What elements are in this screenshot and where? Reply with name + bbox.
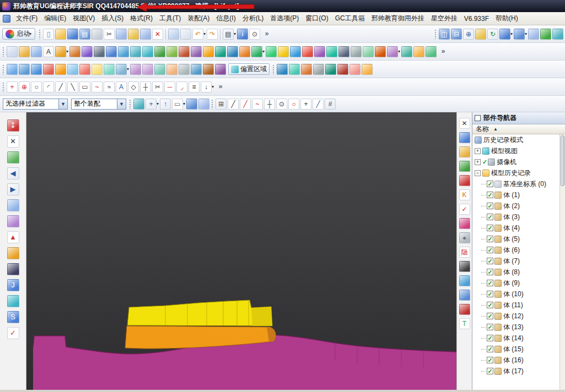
tree-item[interactable]: ✓体 (2)	[472, 200, 559, 211]
snap-point-on-curve-icon[interactable]: ╱	[313, 99, 324, 110]
name-column-header[interactable]: 名称 ▲	[472, 124, 565, 134]
dropdown-arrow-icon[interactable]: ▾	[510, 31, 513, 36]
visibility-checkbox[interactable]: ✓	[487, 291, 493, 297]
chevron-down-icon[interactable]: ▼	[58, 99, 67, 109]
forward-icon[interactable]: ▶	[7, 183, 19, 195]
through-curves-icon[interactable]	[387, 46, 398, 57]
new-file-icon[interactable]: ▯	[43, 29, 54, 40]
snap-existing-point-icon[interactable]: +	[300, 99, 311, 110]
chevron-down-icon[interactable]: ▼	[117, 99, 126, 109]
paste-icon[interactable]	[128, 29, 139, 40]
extension-surface-icon[interactable]	[289, 64, 300, 75]
dropdown-arrow-icon[interactable]: ▾	[203, 31, 206, 36]
display-mode-icon[interactable]: ▤	[223, 29, 234, 40]
clipboard-icon[interactable]	[459, 146, 470, 157]
sphere-icon[interactable]	[142, 46, 153, 57]
expand-icon[interactable]: +	[475, 159, 481, 165]
scale-body-icon[interactable]	[375, 46, 386, 57]
x-form-icon[interactable]	[130, 64, 141, 75]
snap-quadrant-icon[interactable]: ○	[288, 99, 299, 110]
intersection-curve-icon[interactable]: ┼	[140, 81, 151, 92]
menu-item[interactable]: 编辑(E)	[41, 12, 69, 25]
menu-item[interactable]: 邢帅教育御用外挂	[368, 12, 428, 25]
unsew-icon[interactable]	[166, 64, 177, 75]
ruled-surface-icon[interactable]	[401, 46, 412, 57]
tree-item[interactable]: ✓体 (11)	[472, 300, 559, 311]
redo-icon[interactable]: ↷	[207, 29, 218, 40]
verify-check-icon[interactable]: ✓	[7, 327, 19, 339]
point-icon[interactable]: +	[7, 81, 18, 92]
menu-item[interactable]: 信息(I)	[213, 12, 239, 25]
draft-icon[interactable]	[239, 46, 250, 57]
silhouette-flange-icon[interactable]	[301, 64, 312, 75]
sweep-along-guide-icon[interactable]	[203, 64, 214, 75]
tree-item[interactable]: 历史记录模式	[472, 134, 559, 145]
model-insert-yellow[interactable]	[127, 300, 272, 326]
menu-item[interactable]: 文件(F)	[13, 12, 41, 25]
i-form-icon[interactable]	[142, 64, 153, 75]
cut-face-icon[interactable]	[79, 64, 90, 75]
offset-face-icon[interactable]	[351, 46, 362, 57]
dropdown-arrow-icon[interactable]: ▾	[127, 67, 129, 72]
zoom-find-icon[interactable]: ⊙	[249, 29, 260, 40]
ellipse-icon[interactable]: ◇	[128, 81, 139, 92]
menu-item[interactable]: 视图(V)	[69, 12, 98, 25]
orange-box-icon[interactable]	[7, 247, 19, 259]
render-wireframe-icon[interactable]	[528, 29, 539, 40]
window-cascade-icon[interactable]: ◫	[439, 29, 450, 40]
visibility-checkbox[interactable]: ✓	[487, 346, 493, 352]
model-canvas[interactable]	[26, 112, 456, 390]
trimmed-sheet-icon[interactable]	[325, 64, 336, 75]
tree-item[interactable]: −模型历史记录	[472, 167, 559, 178]
visibility-checkbox[interactable]: ✓	[487, 203, 493, 209]
visibility-checkbox[interactable]: ✓	[487, 258, 493, 264]
window-tile-icon[interactable]: ⊟	[451, 29, 462, 40]
tree-item[interactable]: ✓体 (12)	[472, 311, 559, 322]
menu-item[interactable]: 星空外挂	[428, 12, 461, 25]
sew-icon[interactable]	[154, 64, 165, 75]
hide-tool-icon[interactable]: 隐	[459, 247, 470, 258]
menu-item[interactable]: 格式(R)	[127, 12, 156, 25]
law-extension-icon[interactable]	[277, 64, 288, 75]
expand-icon[interactable]: +	[475, 148, 481, 154]
print-icon[interactable]	[92, 29, 103, 40]
tree-item[interactable]: ✓体 (8)	[472, 266, 559, 277]
tree-item[interactable]: ✓体 (6)	[472, 244, 559, 255]
pattern-feature-icon[interactable]	[116, 64, 127, 75]
rectangle-icon[interactable]: ▭	[79, 81, 90, 92]
visibility-checkbox[interactable]: ✓	[487, 214, 493, 220]
dropdown-arrow-icon[interactable]: ▾	[183, 101, 185, 106]
split-body-icon[interactable]	[338, 46, 349, 57]
dropdown-arrow-icon[interactable]: ▾	[212, 84, 214, 89]
orient-view-icon[interactable]	[499, 29, 510, 40]
shell-icon[interactable]	[227, 46, 238, 57]
zoom-view-icon[interactable]: ⊕	[463, 29, 474, 40]
kk-tool-icon[interactable]: K	[459, 189, 470, 200]
tree-item[interactable]: ✓基准坐标系 (0)	[472, 178, 559, 189]
arc-icon[interactable]: ◜	[43, 81, 54, 92]
dark-cube-icon[interactable]	[7, 263, 19, 275]
pad-icon[interactable]	[191, 46, 202, 57]
menu-item[interactable]: 插入(S)	[98, 12, 127, 25]
new-sheet-icon[interactable]	[7, 151, 19, 164]
tube-icon[interactable]	[94, 46, 105, 57]
snap-arc-center-icon[interactable]: ⊙	[276, 99, 287, 110]
child-window-icon[interactable]	[3, 15, 10, 23]
trim-body-icon[interactable]	[326, 46, 337, 57]
close-x-icon[interactable]: ✕	[459, 118, 470, 129]
half-sphere-icon[interactable]	[7, 295, 19, 307]
dropdown-arrow-icon[interactable]: ▾	[66, 49, 68, 54]
visibility-checkbox[interactable]: ✓	[487, 269, 493, 275]
viewport[interactable]	[26, 112, 456, 390]
add-to-selection-icon[interactable]: +	[146, 99, 157, 110]
doc-blue-icon[interactable]	[459, 290, 470, 301]
raise-flag-icon[interactable]: ▲	[7, 231, 19, 243]
spline-icon[interactable]: ~	[92, 81, 103, 92]
copy-icon[interactable]	[116, 29, 127, 40]
navigator-checkbox-icon[interactable]	[475, 115, 481, 121]
red-check-icon[interactable]: ✓	[459, 204, 470, 215]
line-icon[interactable]: ╱	[55, 81, 66, 92]
undo-icon[interactable]: ↶	[192, 29, 203, 40]
dropdown-arrow-icon[interactable]: ▾	[157, 101, 159, 106]
snap-control-point-icon[interactable]: ~	[252, 99, 263, 110]
